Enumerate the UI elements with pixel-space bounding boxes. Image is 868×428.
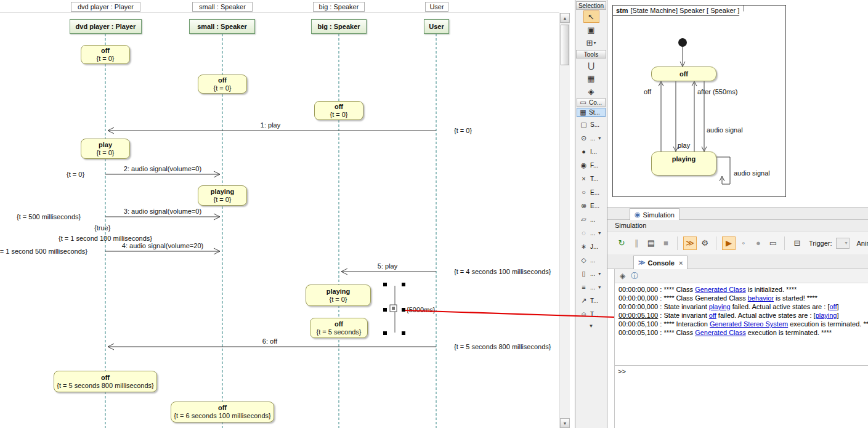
transition-off-to-playing-play[interactable]	[673, 81, 678, 151]
transition-playing-to-off[interactable]	[659, 81, 663, 151]
initial-state-node[interactable]	[678, 38, 687, 47]
clear-console-icon[interactable]: ◈	[620, 272, 625, 280]
transition-playing-to-off-after[interactable]	[692, 81, 697, 151]
scrollbar-thumb[interactable]	[561, 25, 569, 65]
palette-tool-selection-cursor[interactable]: ↖	[583, 10, 599, 23]
transition-initial-to-off[interactable]	[680, 47, 685, 67]
console-link[interactable]: off	[829, 303, 837, 310]
dropdown-arrow-icon[interactable]: ▾	[598, 271, 601, 277]
scroll-down-button[interactable]: ▼	[560, 418, 570, 428]
console-text: 00:00:00,000 : **** Class Generated Clas…	[619, 294, 748, 302]
palette-selection-tools: ↖▣⊞▾	[575, 10, 607, 49]
palette-tool-magnet[interactable]: ⋃	[583, 59, 599, 71]
simulation-icon: ◉	[635, 211, 641, 219]
palette-item-label: E...	[590, 189, 599, 196]
validation-icon: ●	[756, 238, 761, 248]
terminate-icon: ×	[580, 175, 588, 182]
palette-item-initial[interactable]: ●I...	[575, 145, 607, 158]
console-link[interactable]: Generated Stereo System	[710, 320, 788, 328]
console-line: 00:00:05,100 : **** Class Generated Clas…	[619, 328, 868, 337]
duration-icon: ⊙	[580, 134, 588, 142]
start-simulation-icon[interactable]: ↻	[615, 236, 628, 250]
dropdown-arrow-icon[interactable]: ▾	[598, 135, 601, 141]
palette-scroll-down[interactable]: ▼	[575, 321, 607, 331]
sticky-icon: ▣	[587, 25, 594, 34]
breakpoints-icon[interactable]: ◦	[737, 236, 750, 250]
duration-constraint-handle[interactable]	[383, 283, 405, 335]
trigger-select[interactable]: ▾	[836, 238, 850, 249]
palette-item-terminate[interactable]: ×T...	[575, 172, 607, 185]
palette-item-item-8[interactable]: ▱...	[575, 212, 607, 226]
console-tab-strip: ≫ Console ×	[607, 254, 868, 269]
console-link[interactable]: Generated Class	[695, 329, 746, 336]
palette-item-transition[interactable]: ↗T...	[575, 294, 607, 307]
console-link[interactable]: off	[709, 312, 716, 319]
report-icon[interactable]: ▤	[644, 236, 658, 250]
palette-item-exit-point[interactable]: ⊗E...	[575, 199, 607, 212]
entry-point-icon: ○	[580, 188, 588, 196]
palette-item-final[interactable]: ◉F...	[575, 158, 607, 172]
animation-toggle-icon[interactable]: ▶	[722, 236, 736, 250]
ui-mockup-icon[interactable]: ▭	[766, 236, 780, 250]
console-link[interactable]: playing	[709, 303, 731, 310]
stm-state-playing[interactable]: playing	[651, 151, 716, 176]
step-over-icon[interactable]: ≫	[683, 236, 697, 250]
palette-item-trigger[interactable]: ☺T...	[575, 307, 607, 321]
stop-icon: ■	[663, 238, 668, 248]
settings-icon[interactable]: ⚙	[698, 236, 712, 250]
palette-item-choice[interactable]: ◇...	[575, 253, 607, 267]
diagram-name: [State Machine] Speaker [ Speaker ]	[631, 7, 740, 14]
dropdown-arrow-icon[interactable]: ▾	[598, 230, 601, 236]
transition-playing-self-loop[interactable]	[716, 157, 730, 184]
palette-item-entry-point[interactable]: ○E...	[575, 185, 607, 199]
palette-item-fork-join[interactable]: ≡...▾	[575, 280, 607, 294]
palette-tool-layout[interactable]: ▦	[583, 72, 599, 84]
trigger-table-icon[interactable]: ⊟	[790, 236, 804, 250]
console-text: 00:00:05,100 : **** Interaction	[619, 320, 710, 328]
palette-tool-zoom[interactable]: ◈	[583, 85, 599, 97]
console-link[interactable]: playing	[816, 312, 837, 319]
dropdown-arrow-icon[interactable]: ▾	[598, 285, 601, 290]
state-invariant-icon: ▢	[580, 121, 588, 129]
palette-category-common[interactable]: ▭ Co...	[577, 98, 606, 107]
scroll-down-icon: ▼	[563, 421, 567, 426]
item-8-icon: ▱	[580, 216, 588, 224]
scroll-up-button[interactable]: ▲	[560, 13, 570, 23]
tab-console[interactable]: ≫ Console ×	[633, 256, 688, 269]
palette-item-junction[interactable]: ∗J...	[575, 240, 607, 253]
palette-item-label: ...	[590, 135, 595, 142]
tab-label: Console	[648, 259, 675, 267]
console-region: ◈ ⓘ 00:00:00,000 : **** Class Generated …	[614, 269, 868, 428]
stm-state-off[interactable]: off	[651, 67, 716, 81]
stop-icon[interactable]: ■	[659, 236, 673, 250]
palette-tool-sticky[interactable]: ▣	[583, 23, 599, 36]
animation-label: Animation	[857, 240, 868, 247]
simulation-tab-strip: ◉ Simulation	[607, 207, 868, 220]
console-text: is initialized. ****	[746, 286, 797, 293]
palette-item-item-9[interactable]: ◌...▾	[575, 226, 607, 240]
palette-item-duration[interactable]: ⊙...▾	[575, 131, 607, 145]
console-link[interactable]: behavior	[748, 294, 774, 302]
palette-category-stereo[interactable]: ▦ St...	[577, 108, 606, 117]
palette-pane: Selection ↖▣⊞▾ Tools ⋃▦◈ ▭ Co... ▦ St...…	[575, 0, 607, 428]
zoom-icon: ◈	[588, 87, 594, 96]
palette-tool-grid[interactable]: ⊞▾	[583, 36, 599, 49]
palette-item-label: T...	[590, 176, 598, 182]
simulation-toolbar-icons: ↻∥▤■≫⚙▶◦●▭⊟	[615, 236, 804, 250]
console-prompt[interactable]: >>	[615, 365, 868, 376]
dropdown-arrow-icon[interactable]: ▾	[593, 40, 596, 46]
tab-simulation[interactable]: ◉ Simulation	[630, 208, 679, 220]
close-icon[interactable]: ×	[679, 259, 683, 267]
validation-icon[interactable]: ●	[752, 236, 765, 250]
palette-item-state-invariant[interactable]: ▢S...	[575, 118, 607, 131]
scroll-up-icon: ▲	[563, 16, 567, 20]
palette-header-selection: Selection	[576, 1, 606, 10]
palette-item-item-12[interactable]: ▯...▾	[575, 267, 607, 280]
info-icon[interactable]: ⓘ	[631, 271, 638, 281]
pause-icon[interactable]: ∥	[630, 236, 643, 250]
console-link[interactable]: Generated Class	[695, 286, 746, 293]
vertical-scrollbar[interactable]: ▲ ▼	[559, 13, 570, 428]
right-panel: stm [State Machine] Speaker [ Speaker ]	[607, 0, 868, 428]
console-text: 00:00:00,000 : **** Class	[619, 286, 695, 293]
scroll-down-icon: ▼	[589, 323, 594, 329]
